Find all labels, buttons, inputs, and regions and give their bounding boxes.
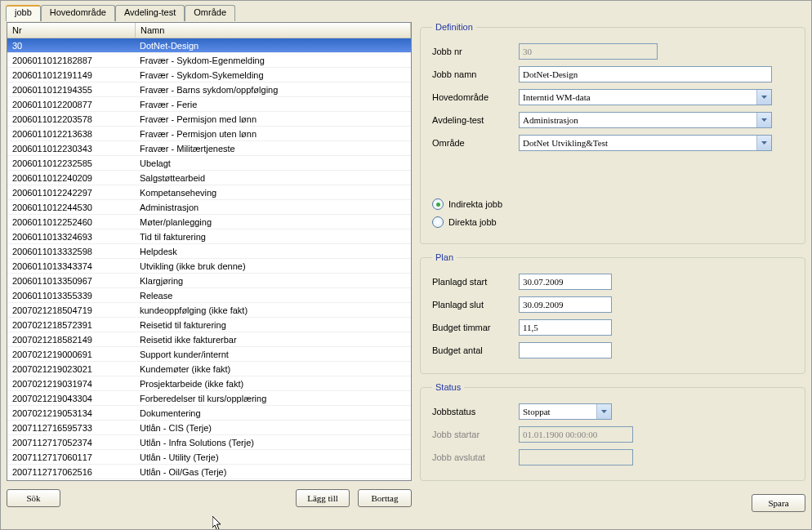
right-button-row: Spara bbox=[420, 489, 805, 512]
cell-namn: Fravær - Militærtjeneste bbox=[135, 144, 411, 154]
table-row[interactable]: 2006011013355339Release bbox=[7, 288, 411, 303]
plan-timmar-field[interactable] bbox=[519, 319, 612, 336]
cell-nr: 2006011012232585 bbox=[7, 158, 135, 168]
jobb-avslutat-field bbox=[519, 449, 633, 465]
direkta-label: Direkta jobb bbox=[448, 217, 497, 227]
cell-nr: 2007021218572391 bbox=[7, 320, 135, 330]
table-row[interactable]: 2006011012194355Fravær - Barns sykdom/op… bbox=[7, 82, 411, 97]
table-row[interactable]: 2006011013332598Helpdesk bbox=[7, 244, 411, 259]
table-row[interactable]: 2007021219031974Prosjektarbeide (ikke fa… bbox=[7, 376, 411, 391]
jobbstatus-value: Stoppat bbox=[523, 407, 551, 416]
table-row[interactable]: 2006011012203578Fravær - Permisjon med l… bbox=[7, 112, 411, 127]
tab-avdeling-test[interactable]: Avdeling-test bbox=[115, 5, 185, 21]
cell-nr: 2006011013355339 bbox=[7, 291, 135, 301]
job-grid: Nr Namn 30DotNet-Design2006011012182887F… bbox=[7, 22, 412, 481]
cell-namn: Dokumentering bbox=[135, 408, 411, 418]
tab-område[interactable]: Område bbox=[185, 5, 235, 21]
table-row[interactable]: 2006011012230343Fravær - Militærtjeneste bbox=[7, 141, 411, 156]
cell-namn: Forberedelser til kurs/opplæring bbox=[135, 394, 411, 403]
cell-namn: Kundemøter (ikke fakt) bbox=[135, 364, 411, 374]
chevron-down-icon bbox=[756, 113, 771, 127]
table-row[interactable]: 2006011013324693Tid til fakturering bbox=[7, 229, 411, 244]
plan-slut-field[interactable] bbox=[519, 296, 612, 313]
add-button[interactable]: Lägg till bbox=[296, 489, 350, 507]
table-row[interactable]: 2007112717060117Utlån - Utility (Terje) bbox=[7, 450, 411, 465]
table-row[interactable]: 2006011012252460Møter/planlegging bbox=[7, 215, 411, 229]
grid-header: Nr Namn bbox=[7, 23, 411, 38]
table-row[interactable]: 2006011012182887Fravær - Sykdom-Egenmeld… bbox=[7, 53, 411, 68]
cell-nr: 2007112716595733 bbox=[7, 423, 135, 433]
cell-nr: 2007021219000691 bbox=[7, 350, 135, 359]
cell-namn: Fravær - Sykdom-Sykemelding bbox=[135, 70, 411, 80]
table-row[interactable]: 2006011012242297Kompetanseheving bbox=[7, 185, 411, 200]
grid-scroll[interactable]: 30DotNet-Design2006011012182887Fravær - … bbox=[7, 38, 411, 480]
cell-namn: Utlån - Infra Solutions (Terje) bbox=[135, 438, 411, 448]
cell-nr: 2007021218582149 bbox=[7, 335, 135, 345]
cell-nr: 2007021218504719 bbox=[7, 305, 135, 315]
cell-nr: 2007112717062516 bbox=[7, 467, 135, 477]
jobb-nr-label: Jobb nr bbox=[432, 47, 519, 56]
omrade-label: Område bbox=[432, 138, 519, 148]
table-row[interactable]: 2007112717062516Utlån - Oil/Gas (Terje) bbox=[7, 465, 411, 479]
jobb-namn-label: Jobb namn bbox=[432, 69, 519, 79]
table-row[interactable]: 2006011012213638Fravær - Permisjon uten … bbox=[7, 127, 411, 141]
cell-namn: Utlån - CIS (Terje) bbox=[135, 423, 411, 433]
table-row[interactable]: 30DotNet-Design bbox=[7, 38, 411, 53]
table-row[interactable]: 2007021218572391Reisetid til fakturering bbox=[7, 318, 411, 332]
table-row[interactable]: 2007021218582149Reisetid ikke fakturerba… bbox=[7, 332, 411, 347]
cell-nr: 2006011012200877 bbox=[7, 100, 135, 109]
save-button[interactable]: Spara bbox=[752, 494, 805, 512]
plan-start-field[interactable] bbox=[519, 274, 612, 290]
cell-nr: 2006011012213638 bbox=[7, 129, 135, 139]
cell-namn: Utlån - Utility (Terje) bbox=[135, 452, 411, 462]
cell-namn: Salgstøttearbeid bbox=[135, 173, 411, 183]
search-button[interactable]: Sök bbox=[7, 489, 60, 507]
table-row[interactable]: 2006011012232585Ubelagt bbox=[7, 156, 411, 171]
table-row[interactable]: 2006011012240209Salgstøttearbeid bbox=[7, 171, 411, 185]
cell-nr: 2006011012244530 bbox=[7, 203, 135, 212]
table-row[interactable]: 2007112717065150Utlån - Card (Terje) bbox=[7, 479, 411, 480]
direkta-radio[interactable]: Direkta jobb bbox=[432, 213, 793, 231]
plan-start-label: Planlagd start bbox=[432, 277, 519, 287]
grid-header-nr[interactable]: Nr bbox=[7, 23, 136, 38]
table-row[interactable]: 2006011013343374Utvikling (ikke bruk den… bbox=[7, 259, 411, 274]
jobbstatus-combo[interactable]: Stoppat bbox=[519, 403, 612, 420]
grid-header-namn[interactable]: Namn bbox=[136, 23, 411, 38]
cell-namn: Fravær - Permisjon uten lønn bbox=[135, 129, 411, 139]
cell-nr: 2006011013332598 bbox=[7, 247, 135, 256]
cell-nr: 2007021219043304 bbox=[7, 394, 135, 403]
tab-hovedområde[interactable]: Hovedområde bbox=[41, 5, 115, 21]
page-body: Nr Namn 30DotNet-Design2006011012182887F… bbox=[6, 21, 806, 513]
indirekta-radio[interactable]: Indirekta jobb bbox=[432, 195, 793, 213]
table-row[interactable]: 2006011012200877Fravær - Ferie bbox=[7, 97, 411, 112]
table-row[interactable]: 2007112716595733Utlån - CIS (Terje) bbox=[7, 421, 411, 435]
plan-slut-label: Planlagd slut bbox=[432, 300, 519, 310]
table-row[interactable]: 2007021218504719kundeoppfølging (ikke fa… bbox=[7, 303, 411, 318]
plan-group: Plan Planlagd start Planlagd slut Budget… bbox=[420, 252, 805, 374]
table-row[interactable]: 2007021219053134Dokumentering bbox=[7, 406, 411, 421]
jobbstatus-label: Jobbstatus bbox=[432, 407, 519, 416]
table-row[interactable]: 2007021219043304Forberedelser til kurs/o… bbox=[7, 391, 411, 406]
avdeling-combo[interactable]: Administrasjon bbox=[519, 112, 772, 128]
tab-jobb[interactable]: jobb bbox=[6, 5, 41, 21]
cell-nr: 2006011012240209 bbox=[7, 173, 135, 183]
cell-nr: 2007021219023021 bbox=[7, 364, 135, 374]
cell-nr: 2006011012242297 bbox=[7, 188, 135, 198]
cell-nr: 2006011012230343 bbox=[7, 144, 135, 154]
table-row[interactable]: 2006011012244530Administrasjon bbox=[7, 200, 411, 215]
cell-namn: Helpdesk bbox=[135, 247, 411, 256]
plan-antal-field[interactable] bbox=[519, 342, 612, 359]
table-row[interactable]: 2007112717052374Utlån - Infra Solutions … bbox=[7, 435, 411, 450]
table-row[interactable]: 2007021219000691Support kunder/internt bbox=[7, 347, 411, 362]
cell-nr: 2006011012194355 bbox=[7, 85, 135, 95]
table-row[interactable]: 2007021219023021Kundemøter (ikke fakt) bbox=[7, 362, 411, 376]
plan-antal-label: Budget antal bbox=[432, 345, 519, 355]
cell-nr: 2006011013324693 bbox=[7, 232, 135, 242]
table-row[interactable]: 2006011012191149Fravær - Sykdom-Sykemeld… bbox=[7, 68, 411, 82]
remove-button[interactable]: Borttag bbox=[358, 489, 412, 507]
hovedomrade-combo[interactable]: Interntid WM-data bbox=[519, 89, 772, 105]
omrade-combo[interactable]: DotNet Utvikling&Test bbox=[519, 135, 772, 151]
jobb-namn-field[interactable] bbox=[519, 66, 772, 82]
table-row[interactable]: 2006011013350967Klargjøring bbox=[7, 274, 411, 288]
jobb-startar-field bbox=[519, 426, 633, 443]
